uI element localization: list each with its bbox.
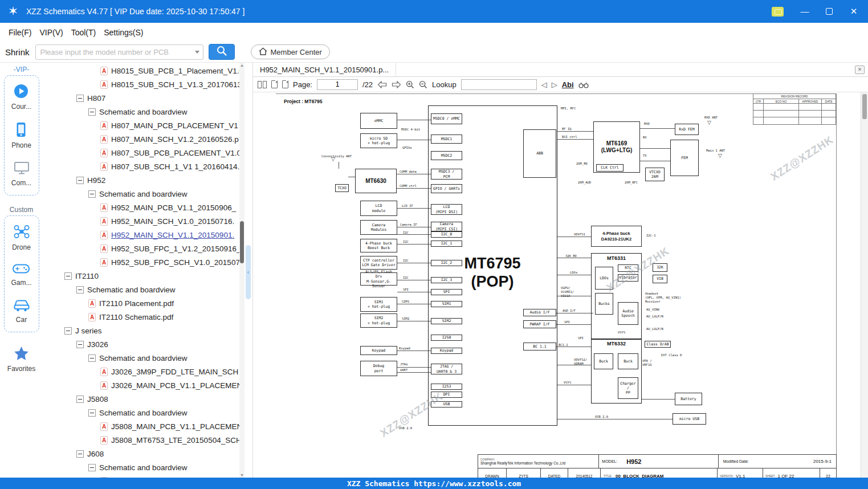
result-next-icon[interactable]: ▷	[552, 80, 557, 89]
menu-item[interactable]: Settings(S)	[104, 28, 143, 37]
tree-file[interactable]: AH952_SUB_FPC_SCH_V1.0_201507	[43, 255, 239, 269]
tree-file[interactable]: AH8015_SUB_PCB_1_Placement_V1.0	[43, 64, 239, 78]
schematic-block: GPIO / UARTs	[431, 184, 462, 193]
collapse-icon[interactable]	[76, 396, 84, 403]
result-prev-icon[interactable]: ◁	[541, 80, 547, 89]
collapse-icon[interactable]	[76, 177, 84, 184]
tree-folder[interactable]: H952	[43, 173, 239, 187]
search-input[interactable]	[36, 48, 191, 56]
zoom-in-icon[interactable]	[406, 80, 414, 89]
scroll-down-icon[interactable]: ▼	[239, 473, 244, 477]
schematic-block: MSDC0 / eMMC	[431, 113, 462, 124]
collapse-icon[interactable]	[76, 286, 84, 294]
tree-folder[interactable]: IT2110	[43, 269, 239, 283]
tree-file[interactable]: AH807_MAIN_PCB_PLACEMENT_V1	[43, 119, 239, 132]
tree-file[interactable]: AH952_MAIN_SCH_V1.1_20150901.	[43, 228, 239, 242]
search-button[interactable]	[209, 44, 235, 60]
tree-file[interactable]: AIT2110 Placement.pdf	[43, 296, 239, 310]
pdf-scrollbar-thumb[interactable]	[862, 94, 867, 119]
tree-file[interactable]: AH952_MAIN_SCH_V1.0_20150716.	[43, 214, 239, 228]
menu-item[interactable]: File(F)	[9, 28, 31, 37]
schematic-net-label: Headset (HPL, HPR, AU_VIN1) Receiver	[645, 292, 681, 304]
schematic-block: Audio I/F	[523, 309, 556, 316]
sidebar-item-cour[interactable]: Cour...	[11, 84, 31, 111]
tree-folder[interactable]: J5808	[43, 392, 239, 406]
tree-folder[interactable]: Schematic and boardview	[43, 461, 239, 474]
collapse-icon[interactable]	[88, 409, 96, 417]
sidebar-item-favorites[interactable]: Favorites	[7, 346, 35, 373]
page-prev-icon[interactable]	[377, 81, 387, 88]
tree-scrollbar-thumb[interactable]	[240, 221, 244, 263]
tree-file[interactable]: AH952_MAIN_PCB_V1.1_20150906_	[43, 201, 239, 214]
member-center-button[interactable]: Member Center	[251, 44, 330, 59]
document-tab[interactable]: H952_MAIN_SCH_V1.1_20150901.p...	[253, 63, 396, 76]
custom-group-label: Custom	[10, 206, 33, 214]
tree-folder[interactable]: Schematic and boardview	[43, 283, 239, 296]
collapse-icon[interactable]	[64, 272, 72, 280]
tree-file[interactable]: AH807_MAIN_SCH_V1.2_20160526.p	[43, 132, 239, 146]
tree-file[interactable]: AIT2110 Schematic.pdf	[43, 310, 239, 324]
collapse-icon[interactable]	[88, 190, 96, 198]
sidebar-item-car[interactable]: Car	[13, 298, 30, 324]
sidebar-item-com[interactable]: Com...	[11, 161, 31, 187]
match-case-toggle[interactable]: Abi	[562, 80, 574, 89]
schematic-block: MT6332	[591, 340, 642, 348]
collapse-icon[interactable]	[76, 450, 84, 458]
tree-item-label: H952_MAIN_SCH_V1.1_20150901.	[111, 231, 234, 239]
tree-file[interactable]: AH807_SUB_SCH_1_V1 1_20160414.	[43, 160, 239, 173]
tree-file[interactable]: AH807_SUB_PCB_PLACEMENT_V1.0	[43, 146, 239, 160]
chevron-down-icon[interactable]	[191, 51, 203, 54]
tree-folder[interactable]: Schematic and boardview	[43, 187, 239, 201]
collapse-icon[interactable]	[64, 327, 72, 335]
tree-file[interactable]: AH8015_SUB_SCH_1_V1.3_20170613	[43, 78, 239, 91]
collapse-icon[interactable]	[88, 464, 96, 471]
collapse-icon[interactable]	[88, 354, 96, 362]
schematic-block: SIM2	[431, 318, 462, 324]
tree-scrollbar[interactable]: ▲ ▼	[239, 63, 244, 478]
schematic-net-label: EXT Class D	[661, 353, 682, 357]
tree-folder[interactable]: Schematic and boardview	[43, 351, 239, 365]
close-button[interactable]: ✕	[849, 6, 859, 17]
tree-folder[interactable]: Schematic and boardview	[43, 406, 239, 419]
menu-item[interactable]: VIP(V)	[39, 28, 63, 37]
sidebar-item-phone[interactable]: Phone	[11, 122, 31, 149]
tree-folder[interactable]: Schematic and boardview	[43, 105, 239, 119]
shrink-button[interactable]: Shrink	[5, 47, 30, 57]
tree-item-label: Schematic and boardview	[99, 409, 188, 417]
support-icon[interactable]	[772, 7, 784, 17]
tree-file[interactable]: AJ3026_3M9P_FDD_LTE_MAIN_SCH	[43, 365, 239, 378]
collapse-icon[interactable]	[88, 108, 96, 116]
tree-file[interactable]: AJ608_MAIN_PCB	[43, 474, 239, 478]
maximize-button[interactable]	[826, 8, 833, 15]
snapshot-page-icon[interactable]	[271, 80, 278, 88]
close-tab-icon[interactable]: ✕	[855, 66, 865, 74]
tree-file[interactable]: AJ5808_MT6753_LTE_20150504_SCH	[43, 433, 239, 447]
tree-folder[interactable]: J3026	[43, 337, 239, 351]
sidebar-item-gam[interactable]: Gam...	[11, 263, 31, 287]
page-number-input[interactable]	[317, 79, 358, 90]
pdf-scrollbar[interactable]	[861, 92, 868, 478]
pdf-viewport[interactable]: Project : MT6795 REVISION RECORD LTR ECO…	[253, 92, 868, 478]
collapse-icon[interactable]	[76, 95, 84, 102]
menu-item[interactable]: Tool(T)	[71, 28, 96, 37]
panel-splitter[interactable]: ‹	[244, 63, 252, 478]
schematic-net-label: USB 2.0	[595, 415, 608, 419]
tree-folder[interactable]: J608	[43, 447, 239, 461]
scroll-up-icon[interactable]: ▲	[239, 63, 244, 67]
collapse-panel-handle[interactable]: ‹	[246, 245, 251, 299]
tree-folder[interactable]: J series	[43, 324, 239, 337]
tree-file[interactable]: AH952_SUB_FPC_1_V1.2_20150916_	[43, 242, 239, 255]
lookup-input[interactable]	[461, 79, 537, 90]
sidebar-item-drone[interactable]: Drone	[12, 224, 31, 251]
zoom-out-icon[interactable]	[419, 80, 427, 89]
two-page-view-icon[interactable]	[258, 81, 267, 88]
copy-page-icon[interactable]	[282, 80, 288, 88]
page-next-icon[interactable]	[392, 81, 401, 88]
tree-file[interactable]: AJ3026_MAIN_PCB_V1.1_PLACEMEN	[43, 378, 239, 392]
collapse-icon[interactable]	[76, 341, 84, 348]
tree-folder[interactable]: H807	[43, 91, 239, 105]
tree-file[interactable]: AJ5808_MAIN_PCB_V1.1_PLACEMEN	[43, 419, 239, 433]
schematic-block: Buck	[618, 353, 638, 369]
minimize-button[interactable]: —	[800, 6, 810, 17]
binoculars-icon[interactable]	[578, 81, 589, 88]
